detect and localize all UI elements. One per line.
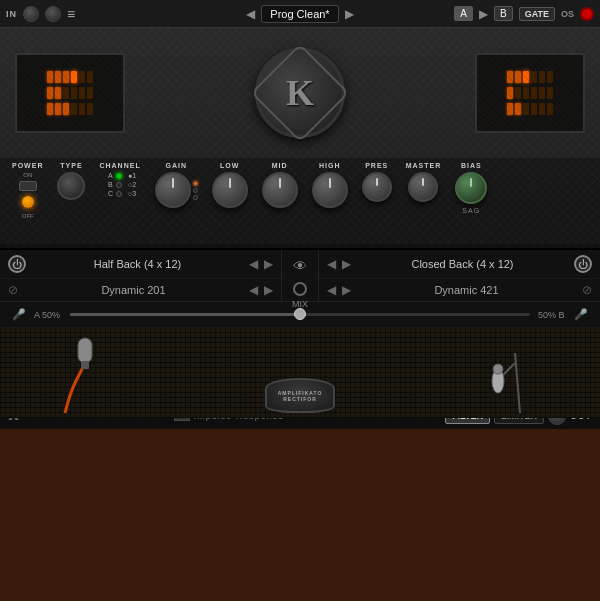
gain-mode-dot-3[interactable] xyxy=(193,195,198,200)
master-knob[interactable] xyxy=(408,172,438,202)
vu-bar xyxy=(547,71,553,83)
preset-name[interactable]: Prog Clean* xyxy=(261,5,338,23)
pres-group: PRES xyxy=(362,162,392,202)
channel-num-2: ○2 xyxy=(128,181,136,188)
input-knob[interactable] xyxy=(23,6,39,22)
mid-knob[interactable] xyxy=(262,172,298,208)
mix-slider-thumb[interactable] xyxy=(294,308,306,320)
vu-bar xyxy=(63,71,69,83)
right-cab-power-button[interactable]: ⏻ xyxy=(574,255,592,273)
type-knob[interactable] xyxy=(57,172,85,200)
channel-c-option[interactable]: C xyxy=(108,190,122,197)
vu-bar xyxy=(515,87,521,99)
low-knob[interactable] xyxy=(212,172,248,208)
vu-bar xyxy=(531,71,537,83)
right-mic-prev-arrow[interactable]: ◀ xyxy=(327,283,336,297)
right-cab-prev-arrow[interactable]: ◀ xyxy=(327,257,336,271)
gain-mode-dot-2[interactable] xyxy=(193,188,198,193)
next-preset-arrow[interactable]: ▶ xyxy=(345,7,354,21)
high-label: HIGH xyxy=(319,162,341,169)
vu-bar xyxy=(539,87,545,99)
vu-bar xyxy=(523,87,529,99)
badge-line2: RECTIFOR xyxy=(283,396,317,402)
channel-num-1: ●1 xyxy=(128,172,136,179)
vu-bar xyxy=(523,103,529,115)
channel-b-option[interactable]: B xyxy=(108,181,122,188)
pres-knob[interactable] xyxy=(362,172,392,202)
vu-bar xyxy=(47,71,53,83)
power-switch[interactable] xyxy=(19,181,37,191)
vu-bar xyxy=(71,103,77,115)
vu-bar xyxy=(539,71,545,83)
vu-bar xyxy=(531,87,537,99)
master-label: MASTER xyxy=(406,162,442,169)
gain-mode-dot-1[interactable] xyxy=(193,181,198,186)
gain-label: GAIN xyxy=(165,162,187,169)
vu-meter-right xyxy=(475,53,585,133)
left-cab-next-arrow[interactable]: ▶ xyxy=(264,257,273,271)
vu-bar xyxy=(539,103,545,115)
gate-button[interactable]: GATE xyxy=(519,7,555,21)
right-mic-next-arrow[interactable]: ▶ xyxy=(342,283,351,297)
visibility-icon[interactable]: 👁 xyxy=(290,256,310,276)
svg-rect-0 xyxy=(78,338,92,363)
mix-a-percent: A 50% xyxy=(34,310,62,320)
high-knob[interactable] xyxy=(312,172,348,208)
level-knob[interactable] xyxy=(45,6,61,22)
left-cab-prev-arrow[interactable]: ◀ xyxy=(249,257,258,271)
right-cabinet-column: ◀ ▶ Closed Back (4 x 12) ⏻ ◀ ▶ Dynamic 4… xyxy=(319,250,600,301)
a-button[interactable]: A xyxy=(454,6,473,21)
vu-bar xyxy=(47,87,53,99)
vu-bar xyxy=(55,87,61,99)
power-on-label: ON xyxy=(23,172,32,178)
channel-c-label: C xyxy=(108,190,113,197)
channel-c-dot[interactable] xyxy=(116,191,122,197)
vu-bar xyxy=(55,103,61,115)
right-cab-name: Closed Back (4 x 12) xyxy=(357,258,568,270)
left-mic-name: Dynamic 201 xyxy=(24,284,243,296)
left-cab-power-button[interactable]: ⏻ xyxy=(8,255,26,273)
right-cab-next-arrow[interactable]: ▶ xyxy=(342,257,351,271)
vu-bar xyxy=(87,103,93,115)
vu-bar xyxy=(547,103,553,115)
channel-label: CHANNEL xyxy=(99,162,140,169)
top-bar: IN ≡ ◀ Prog Clean* ▶ A ▶ B GATE OS xyxy=(0,0,600,28)
cabinet-visual: AMPLIFIKATO RECTIFOR xyxy=(0,328,600,418)
vu-bar xyxy=(79,87,85,99)
left-mic-svg xyxy=(50,333,130,418)
vu-bar xyxy=(63,87,69,99)
right-mic-disable-icon[interactable]: ⊘ xyxy=(582,283,592,297)
vu-bar xyxy=(87,87,93,99)
left-mic-prev-arrow[interactable]: ◀ xyxy=(249,283,258,297)
b-button[interactable]: B xyxy=(494,6,513,21)
left-cab-name: Half Back (4 x 12) xyxy=(32,258,243,270)
amp-top-panel: K xyxy=(0,28,600,158)
type-group: TYPE xyxy=(57,162,85,200)
vu-bar xyxy=(507,71,513,83)
mix-center-label: MIX xyxy=(292,299,308,309)
type-label: TYPE xyxy=(60,162,82,169)
center-circle-button[interactable] xyxy=(293,282,307,296)
menu-icon[interactable]: ≡ xyxy=(67,6,75,22)
prev-preset-arrow[interactable]: ◀ xyxy=(246,7,255,21)
vu-bar xyxy=(63,103,69,115)
right-mic-name: Dynamic 421 xyxy=(357,284,576,296)
bias-knob[interactable] xyxy=(455,172,487,204)
bottom-strip: ⏻ Half Back (4 x 12) ◀ ▶ ⊘ Dynamic 201 ◀… xyxy=(0,248,600,401)
left-mic-next-arrow[interactable]: ▶ xyxy=(264,283,273,297)
svg-point-5 xyxy=(493,364,503,374)
mix-slider-fill xyxy=(70,313,300,316)
channel-a-dot[interactable] xyxy=(116,173,122,179)
os-button[interactable]: OS xyxy=(561,9,574,19)
power-button-top[interactable] xyxy=(580,7,594,21)
channel-a-option[interactable]: A xyxy=(108,172,122,179)
ab-play-icon[interactable]: ▶ xyxy=(479,7,488,21)
channel-b-dot[interactable] xyxy=(116,182,122,188)
vu-bar xyxy=(507,103,513,115)
gain-knob[interactable] xyxy=(155,172,191,208)
left-mic-disable-icon[interactable]: ⊘ xyxy=(8,283,18,297)
vu-meter-left xyxy=(15,53,125,133)
right-mic-svg xyxy=(470,333,550,418)
left-mic-icon: 🎤 xyxy=(12,308,26,321)
low-group: LOW xyxy=(212,162,248,208)
